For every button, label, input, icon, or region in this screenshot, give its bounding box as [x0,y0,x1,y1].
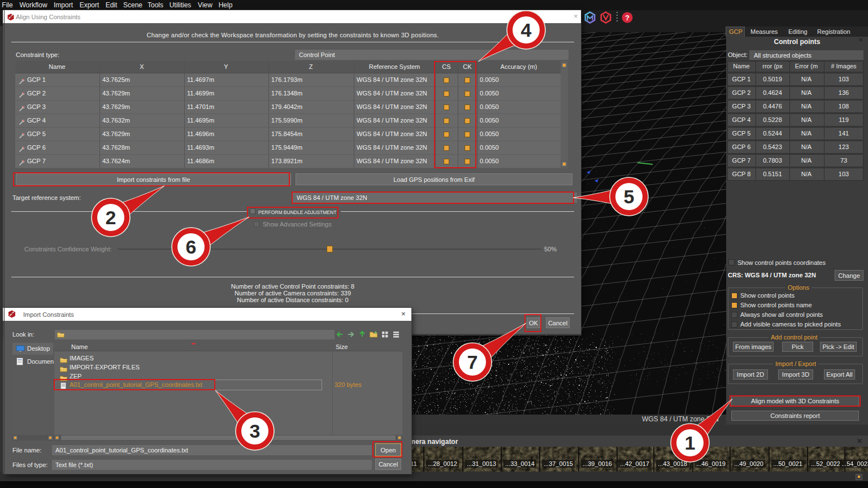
svg-text:?: ? [625,14,630,22]
